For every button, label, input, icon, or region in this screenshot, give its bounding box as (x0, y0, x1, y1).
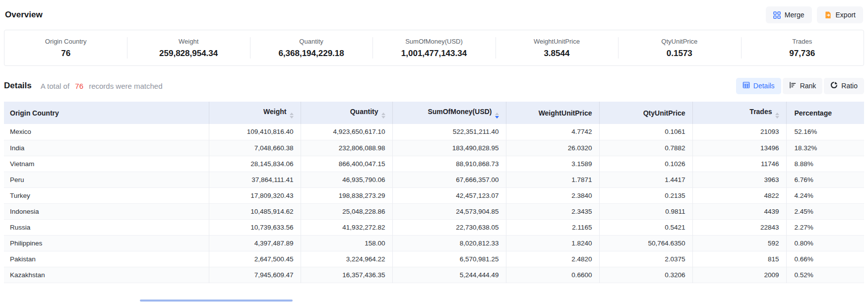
cell-percentage: 52.16% (786, 124, 864, 140)
cell-quantity: 46,935,790.06 (301, 172, 392, 187)
cell-weight: 2,647,500.45 (209, 251, 301, 267)
cell-percentage: 2.27% (786, 219, 864, 235)
stat-sumofmoney-usd: SumOfMoney(USD)1,001,477,143.34 (372, 30, 495, 65)
table-row: Mexico109,410,816.404,923,650,617.10522,… (4, 124, 864, 140)
cell-quantity: 198,838,273.29 (301, 187, 392, 203)
stat-value: 6,368,194,229.18 (250, 49, 372, 59)
stat-origin-country: Origin Country76 (4, 30, 127, 65)
details-title: Details (4, 81, 32, 91)
cell-trades: 4439 (692, 203, 786, 219)
record-count: 76 (75, 82, 83, 90)
cell-weightunitprice: 2.3435 (506, 203, 599, 219)
cell-percentage: 0.66% (786, 251, 864, 267)
cell-quantity: 866,400,047.15 (301, 156, 392, 172)
column-header-sumofmoney-usd[interactable]: SumOfMoney(USD) (392, 102, 506, 124)
rank-icon (789, 81, 797, 90)
cell-qtyunitprice: 0.2135 (599, 187, 692, 203)
view-button-rank[interactable]: Rank (783, 78, 823, 94)
stat-trades: Trades97,736 (741, 30, 864, 65)
sort-caret-icon (495, 113, 499, 119)
cell-qtyunitprice: 50,764.6350 (599, 235, 692, 251)
topbar-actions: Merge Export (766, 6, 863, 23)
column-label: SumOfMoney(USD) (428, 108, 492, 116)
merge-button[interactable]: Merge (766, 6, 812, 23)
column-label: Percentage (795, 109, 832, 117)
cell-sumofmoney-usd: 67,666,357.00 (392, 172, 506, 187)
stat-value: 0.1573 (618, 49, 741, 59)
overview-stats-panel: Origin Country76Weight259,828,954.34Quan… (4, 30, 864, 66)
stat-label: Trades (741, 38, 864, 45)
cell-quantity: 41,932,272.82 (301, 219, 392, 235)
cell-trades: 815 (692, 251, 786, 267)
column-label: Weight (263, 108, 286, 116)
cell-percentage: 0.80% (786, 235, 864, 251)
stat-value: 3.8544 (496, 49, 618, 59)
cell-qtyunitprice: 0.5421 (599, 219, 692, 235)
cell-sumofmoney-usd: 24,573,904.85 (392, 203, 506, 219)
topbar: Overview Merge Export (4, 0, 864, 24)
cell-weight: 10,485,914.62 (209, 203, 301, 219)
cell-weight: 37,864,111.41 (209, 172, 301, 187)
column-header-percentage: Percentage (786, 102, 864, 124)
export-button[interactable]: Export (817, 6, 863, 23)
stat-qtyunitprice: QtyUnitPrice0.1573 (618, 30, 741, 65)
view-button-details[interactable]: Details (736, 78, 781, 94)
cell-trades: 21093 (692, 124, 786, 140)
cell-origin-country: Pakistan (4, 251, 209, 267)
table-icon (743, 81, 750, 90)
table-header-row: Origin CountryWeightQuantitySumOfMoney(U… (4, 102, 864, 124)
view-switch: DetailsRankRatio (736, 78, 864, 94)
cell-quantity: 3,224,964.22 (301, 251, 392, 267)
sort-caret-icon (290, 113, 294, 119)
cell-quantity: 4,923,650,617.10 (301, 124, 392, 140)
stat-label: WeightUnitPrice (496, 38, 618, 45)
view-button-label: Ratio (841, 82, 858, 90)
stat-weight: Weight259,828,954.34 (127, 30, 249, 65)
horizontal-scrollbar-thumb[interactable] (140, 300, 293, 302)
column-label: Trades (749, 108, 772, 116)
cell-sumofmoney-usd: 22,730,638.05 (392, 219, 506, 235)
stat-label: Origin Country (4, 38, 127, 45)
column-label: Origin Country (10, 109, 59, 117)
cell-qtyunitprice: 0.3206 (599, 267, 692, 283)
column-label: WeightUnitPrice (539, 109, 592, 117)
cell-sumofmoney-usd: 42,457,123.07 (392, 187, 506, 203)
cell-quantity: 25,048,228.86 (301, 203, 392, 219)
cell-weight: 10,739,633.56 (209, 219, 301, 235)
table-row: Philippines4,397,487.89158.008,020,812.3… (4, 235, 864, 251)
details-table: Origin CountryWeightQuantitySumOfMoney(U… (4, 102, 864, 283)
details-table-wrap: Origin CountryWeightQuantitySumOfMoney(U… (4, 102, 864, 283)
cell-quantity: 16,357,436.35 (301, 267, 392, 283)
merge-icon (773, 11, 781, 19)
cell-weight: 7,048,660.38 (209, 140, 301, 156)
sort-caret-icon (381, 113, 385, 119)
sort-caret-icon (775, 113, 779, 119)
cell-weight: 4,397,487.89 (209, 235, 301, 251)
cell-origin-country: Philippines (4, 235, 209, 251)
cell-weight: 28,145,834.06 (209, 156, 301, 172)
column-header-weight[interactable]: Weight (209, 102, 301, 124)
cell-origin-country: Turkey (4, 187, 209, 203)
cell-quantity: 158.00 (301, 235, 392, 251)
column-header-quantity[interactable]: Quantity (301, 102, 392, 124)
cell-weight: 17,809,320.43 (209, 187, 301, 203)
cell-sumofmoney-usd: 522,351,211.40 (392, 124, 506, 140)
view-button-ratio[interactable]: Ratio (824, 78, 864, 94)
column-header-trades[interactable]: Trades (692, 102, 786, 124)
cell-qtyunitprice: 0.1061 (599, 124, 692, 140)
cell-percentage: 6.76% (786, 172, 864, 187)
table-row: Vietnam28,145,834.06866,400,047.1588,910… (4, 156, 864, 172)
cell-origin-country: Kazakhstan (4, 267, 209, 283)
export-button-label: Export (836, 11, 856, 19)
stat-value: 1,001,477,143.34 (372, 49, 495, 59)
cell-weight: 109,410,816.40 (209, 124, 301, 140)
cell-weightunitprice: 4.7742 (506, 124, 599, 140)
stat-value: 97,736 (741, 49, 864, 59)
export-icon (824, 11, 832, 19)
table-row: Kazakhstan7,945,609.4716,357,436.355,244… (4, 267, 864, 283)
cell-trades: 2009 (692, 267, 786, 283)
cell-origin-country: Vietnam (4, 156, 209, 172)
column-header-weightunitprice: WeightUnitPrice (506, 102, 599, 124)
summary-suffix: records were matched (89, 82, 162, 90)
cell-sumofmoney-usd: 6,570,981.25 (392, 251, 506, 267)
